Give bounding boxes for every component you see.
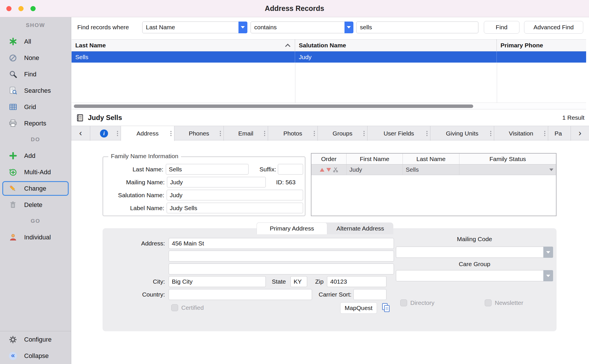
mapquest-button[interactable]: MapQuest <box>340 302 377 314</box>
minimize-window-button[interactable] <box>18 6 24 11</box>
zoom-window-button[interactable] <box>30 6 36 11</box>
mailing-name-label: Mailing Name: <box>105 179 165 186</box>
tab-menu-icon[interactable] <box>264 131 265 136</box>
tab-info[interactable]: i <box>90 126 121 141</box>
tab-phones[interactable]: Phones <box>174 126 224 141</box>
sidebar-item-reports[interactable]: Reports <box>0 115 71 131</box>
newsletter-checkbox[interactable] <box>485 299 492 306</box>
salutation-name-field[interactable] <box>167 190 303 200</box>
tab-menu-icon[interactable] <box>117 131 118 136</box>
family-first-name-cell[interactable]: Judy <box>347 164 403 175</box>
address-line3-field[interactable] <box>169 264 394 274</box>
certified-checkbox[interactable] <box>171 304 178 311</box>
tab-label: Phones <box>189 130 209 137</box>
search-query-input[interactable] <box>356 22 478 33</box>
tab-label: Visitation <box>509 130 533 137</box>
advanced-find-button[interactable]: Advanced Find <box>524 21 583 34</box>
sidebar-section-show: SHOW <box>0 17 71 33</box>
move-down-icon[interactable] <box>326 168 331 172</box>
city-field[interactable] <box>169 276 266 287</box>
printer-icon <box>9 119 17 128</box>
sidebar-item-grid[interactable]: Grid <box>0 99 71 115</box>
column-header-last-name[interactable]: Last Name <box>72 40 295 51</box>
mailing-name-field[interactable] <box>167 177 266 187</box>
app-window: Address Records SHOW All None Find Searc… <box>0 0 589 364</box>
column-header-salutation-name[interactable]: Salutation Name <box>295 40 497 51</box>
tab-menu-icon[interactable] <box>490 131 491 136</box>
sidebar-item-collapse[interactable]: « Collapse <box>0 348 71 364</box>
operator-dropdown[interactable]: contains <box>251 22 353 33</box>
zip-field[interactable] <box>327 276 386 287</box>
move-up-icon[interactable] <box>320 168 324 172</box>
label-name-field[interactable] <box>167 203 303 213</box>
tab-menu-icon[interactable] <box>426 131 428 136</box>
address-line2-field[interactable] <box>169 251 394 262</box>
trash-icon <box>9 201 17 209</box>
care-group-dropdown[interactable] <box>396 270 553 281</box>
copy-icon[interactable] <box>381 303 391 313</box>
tab-truncated[interactable]: Pa <box>548 126 571 141</box>
sidebar-item-delete[interactable]: Delete <box>0 197 71 213</box>
sidebar-item-change[interactable]: Change <box>2 181 69 196</box>
sidebar-item-all[interactable]: All <box>0 33 71 50</box>
tab-photos[interactable]: Photos <box>268 126 318 141</box>
care-group-dropdown-button[interactable] <box>543 270 553 281</box>
sidebar-item-individual[interactable]: Individual <box>0 229 71 245</box>
cell-salutation-name: Judy <box>295 51 497 63</box>
country-field[interactable] <box>169 289 312 300</box>
suffix-field[interactable] <box>278 164 303 175</box>
asterisk-icon <box>9 37 17 46</box>
tab-menu-icon[interactable] <box>314 131 315 136</box>
results-table-empty-area[interactable] <box>72 63 586 102</box>
column-header-label: Salutation Name <box>299 42 346 49</box>
operator-dropdown-button[interactable] <box>344 22 353 33</box>
tab-giving-units[interactable]: Giving Units <box>430 126 494 141</box>
sidebar-item-add[interactable]: Add <box>0 148 71 164</box>
scrollbar-thumb[interactable] <box>74 104 473 108</box>
tab-primary-address[interactable]: Primary Address <box>257 222 327 234</box>
tabs-scroll-right-button[interactable]: › <box>571 126 589 141</box>
state-field[interactable] <box>290 276 307 287</box>
tab-user-fields[interactable]: User Fields <box>367 126 430 141</box>
tab-menu-icon[interactable] <box>220 131 221 136</box>
chevron-down-icon <box>549 169 553 171</box>
horizontal-scrollbar[interactable] <box>72 102 586 109</box>
tab-menu-icon[interactable] <box>170 131 172 136</box>
cut-icon[interactable] <box>333 167 338 172</box>
family-member-row[interactable]: Judy Sells <box>311 164 556 175</box>
field-dropdown-button[interactable] <box>238 22 247 33</box>
family-last-name-cell[interactable]: Sells <box>403 164 459 175</box>
tabs-scroll-left-button[interactable]: ‹ <box>71 126 90 141</box>
sidebar-item-multi-add[interactable]: Multi-Add <box>0 164 71 180</box>
family-column-last-name: Last Name <box>403 154 459 164</box>
find-button[interactable]: Find <box>484 21 519 34</box>
table-row[interactable]: Sells Judy <box>72 51 586 63</box>
carrier-sort-field[interactable] <box>353 289 386 300</box>
field-dropdown[interactable]: Last Name <box>142 22 247 33</box>
family-table-header: Order First Name Last Name Family Status <box>311 154 556 164</box>
result-count: 1 Result <box>562 114 584 121</box>
address-line1-field[interactable] <box>169 238 394 249</box>
tab-alternate-address[interactable]: Alternate Address <box>327 222 393 234</box>
tab-menu-icon[interactable] <box>544 131 545 136</box>
last-name-field[interactable] <box>166 164 249 175</box>
sidebar-item-find[interactable]: Find <box>0 66 71 82</box>
tab-address[interactable]: Address <box>121 126 174 141</box>
sidebar-item-searches[interactable]: Searches <box>0 82 71 99</box>
sidebar-item-none[interactable]: None <box>0 50 71 66</box>
close-window-button[interactable] <box>6 6 11 11</box>
tab-menu-icon[interactable] <box>363 131 365 136</box>
sidebar-section-go: GO <box>0 213 71 229</box>
tab-label: Pa <box>555 130 562 137</box>
tab-groups[interactable]: Groups <box>318 126 367 141</box>
family-status-dropdown[interactable] <box>459 164 556 175</box>
mailing-code-dropdown-button[interactable] <box>543 247 553 258</box>
last-name-row: Last Name: Suffix: <box>105 163 303 176</box>
sidebar-item-configure[interactable]: Configure <box>0 331 71 348</box>
mailing-code-dropdown[interactable] <box>396 247 553 258</box>
tab-email[interactable]: Email <box>224 126 268 141</box>
column-header-primary-phone[interactable]: Primary Phone <box>497 40 586 51</box>
address-tab-group: Primary Address Alternate Address <box>257 222 393 234</box>
directory-checkbox[interactable] <box>400 299 407 306</box>
tab-visitation[interactable]: Visitation <box>494 126 548 141</box>
